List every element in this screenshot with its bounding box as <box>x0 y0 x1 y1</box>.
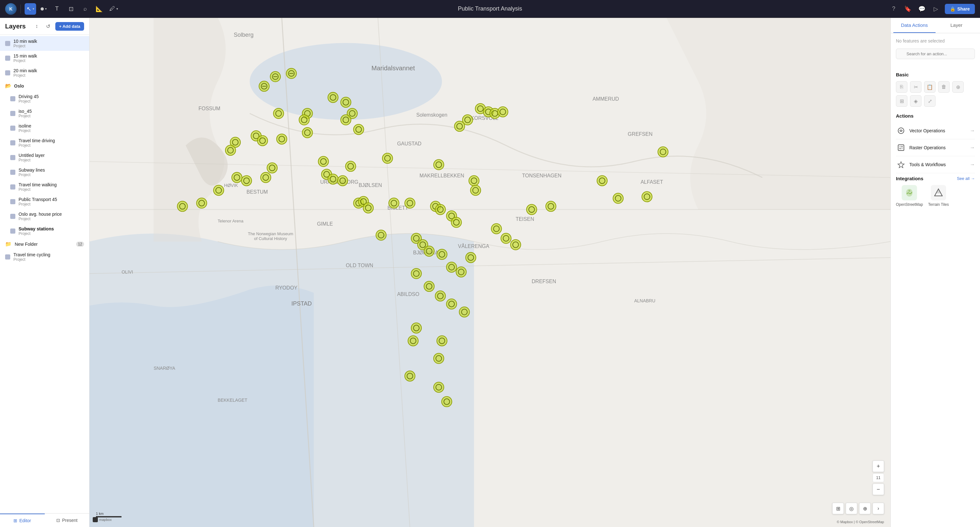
location-button[interactable]: ◎ <box>846 503 857 514</box>
cursor-tool[interactable]: ↖ ▾ <box>25 3 36 15</box>
integrations-header: Integrations See all → <box>896 176 975 181</box>
see-all-button[interactable]: See all → <box>957 176 975 181</box>
svg-point-52 <box>328 92 338 103</box>
folder-open-icon: 📂 <box>5 83 11 89</box>
sidebar-footer: ⊞ Editor ⊡ Present <box>0 513 89 527</box>
search-tool[interactable]: ⌕ <box>79 3 91 15</box>
sticky-tool[interactable]: ⊡ <box>65 3 77 15</box>
integrations-title: Integrations <box>896 176 923 181</box>
more-button-2[interactable]: ⊞ <box>896 95 907 107</box>
folder-new[interactable]: 📁 New Folder 12 <box>0 238 89 249</box>
svg-text:The Norwegian Museum: The Norwegian Museum <box>248 232 293 236</box>
tab-layer[interactable]: Layer <box>935 18 978 33</box>
tools-workflows-item[interactable]: Tools & Workflows → <box>896 156 975 173</box>
refresh-button[interactable]: ↺ <box>44 22 53 31</box>
svg-text:IPSTAD: IPSTAD <box>291 300 312 307</box>
svg-point-148 <box>424 246 434 256</box>
more-button-1[interactable]: ⊕ <box>952 81 964 93</box>
layer-item[interactable]: Driving 45 Project <box>0 91 89 106</box>
paste-button[interactable]: 📋 <box>924 81 935 93</box>
raster-ops-arrow: → <box>970 145 975 151</box>
zoom-in-button[interactable]: + <box>873 460 884 472</box>
layer-item[interactable]: 15 min walk Project <box>0 51 89 65</box>
layer-item[interactable]: isoline Project <box>0 121 89 135</box>
add-data-button[interactable]: + Add data <box>55 22 84 31</box>
app-logo[interactable]: K <box>5 3 17 15</box>
tab-data-actions[interactable]: Data Actions <box>893 18 935 33</box>
folder-name: New Folder <box>15 241 38 247</box>
text-tool[interactable]: T <box>51 3 63 15</box>
topbar-right: ? 🔖 💬 ▷ 🔒 Share <box>889 4 975 14</box>
grid-view-button[interactable]: ⊞ <box>832 503 844 514</box>
svg-point-114 <box>435 205 445 215</box>
svg-point-68 <box>258 135 267 146</box>
sort-button[interactable]: ↕ <box>32 22 41 31</box>
present-tab[interactable]: ⊡ Present <box>45 514 89 527</box>
comment-button[interactable]: 💬 <box>917 4 927 14</box>
vector-operations-item[interactable]: Vector Operations → <box>896 122 975 139</box>
layer-item[interactable]: iso_45 Project <box>0 106 89 121</box>
svg-point-58 <box>341 115 351 125</box>
svg-point-94 <box>382 153 393 163</box>
layer-item[interactable]: Subway stations Project <box>0 224 89 238</box>
svg-point-166 <box>492 224 502 234</box>
layers-button[interactable]: ⊕ <box>859 503 871 514</box>
sidebar-title: Layers <box>5 23 26 30</box>
more-button-4[interactable]: ⤢ <box>924 95 935 107</box>
copy-button[interactable]: ⎘ <box>896 81 907 93</box>
map-zoom-controls: + 11 − <box>873 460 884 495</box>
help-button[interactable]: ? <box>889 4 899 14</box>
layer-item[interactable]: Untitled layer Project <box>0 150 89 165</box>
draw-tool[interactable]: 🖊 ▾ <box>107 3 120 15</box>
layer-item[interactable]: Public Transport 45 Project <box>0 194 89 209</box>
openstreetmap-integration[interactable]: OpenStreetMap <box>896 185 923 207</box>
svg-point-82 <box>267 163 277 173</box>
group-header-oslo[interactable]: 📂 Oslo <box>0 80 89 91</box>
delete-button[interactable]: 🗑 <box>938 81 950 93</box>
editor-tab[interactable]: ⊞ Editor <box>0 514 45 527</box>
layer-item[interactable]: Travel time driving Project <box>0 135 89 150</box>
main-area: Layers ↕ ↺ + Add data 10 min walk Projec… <box>0 18 980 527</box>
svg-text:RYODOY: RYODOY <box>275 285 298 290</box>
bookmark-button[interactable]: 🔖 <box>903 4 913 14</box>
layer-item[interactable]: Travel time cycling Project <box>0 249 89 264</box>
ruler-tool[interactable]: 📐 <box>93 3 105 15</box>
zoom-out-button[interactable]: − <box>873 484 884 495</box>
search-action-input[interactable] <box>896 49 975 59</box>
cut-button[interactable]: ✂ <box>910 81 921 93</box>
no-features-message: No features are selected <box>896 38 975 43</box>
svg-text:BJØLSEN: BJØLSEN <box>359 182 382 188</box>
map-title: Public Transport Analysis <box>458 5 522 12</box>
svg-point-150 <box>437 249 447 259</box>
svg-text:SNARØYA: SNARØYA <box>153 366 175 371</box>
raster-ops-icon <box>896 143 906 153</box>
share-button[interactable]: 🔒 Share <box>945 4 975 14</box>
more-button-3[interactable]: ◈ <box>910 95 921 107</box>
expand-button[interactable]: › <box>873 503 884 514</box>
svg-rect-199 <box>898 145 904 151</box>
layer-item[interactable]: Travel time walking Project <box>0 179 89 194</box>
svg-marker-204 <box>898 162 904 168</box>
layer-list: 10 min walk Project 15 min walk Project … <box>0 35 89 513</box>
svg-point-90 <box>338 175 348 186</box>
map-area[interactable]: Solberg Maridalsvannet Solemskogen AMMER… <box>89 18 891 527</box>
svg-point-100 <box>197 198 207 208</box>
svg-point-184 <box>408 336 418 346</box>
svg-point-198 <box>898 128 904 133</box>
layer-item[interactable]: Oslo avg. house price Project <box>0 209 89 224</box>
svg-rect-202 <box>899 148 901 149</box>
right-panel-content: No features are selected ⌕ Basic ⎘ ✂ 📋 🗑… <box>891 33 980 527</box>
svg-point-98 <box>177 202 188 211</box>
actions-section-title: Actions <box>896 113 975 119</box>
present-icon-button[interactable]: ▷ <box>931 4 941 14</box>
svg-point-140 <box>470 185 480 195</box>
layer-item[interactable]: 10 min walk Project <box>0 36 89 51</box>
layer-item[interactable]: Subway lines Project <box>0 165 89 179</box>
point-tool[interactable]: ▾ <box>39 3 49 15</box>
layer-item[interactable]: 20 min walk Project <box>0 65 89 80</box>
vector-ops-icon <box>896 125 906 136</box>
terrain-tiles-integration[interactable]: Terrain Tiles <box>928 185 949 207</box>
raster-operations-item[interactable]: Raster Operations → <box>896 139 975 156</box>
svg-text:TEISEN: TEISEN <box>516 216 534 222</box>
svg-text:HØVIK: HØVIK <box>224 183 238 188</box>
